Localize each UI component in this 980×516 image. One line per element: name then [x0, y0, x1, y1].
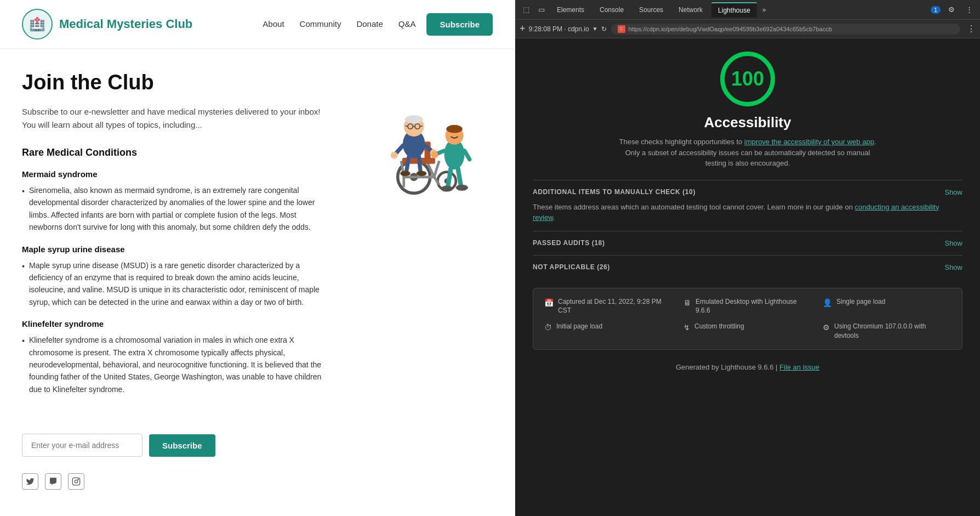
- condition-1-item: ▪ Sirenomelia, also known as mermaid syn…: [22, 184, 328, 234]
- url-text: https://cdpn.io/pen/debug/VwdOaqp/ee0945…: [629, 26, 832, 32]
- not-applicable-section: NOT APPLICABLE (26) Show: [533, 255, 962, 279]
- not-applicable-header[interactable]: NOT APPLICABLE (26) Show: [533, 263, 962, 271]
- bullet-icon-2: ▪: [22, 260, 25, 309]
- condition-3-desc: Klinefelter syndrome is a chromosomal va…: [29, 334, 328, 395]
- svg-point-14: [417, 171, 426, 176]
- condition-2-title: Maple syrup urine disease: [22, 245, 328, 254]
- page-title: Join the Club: [22, 71, 328, 94]
- bullet-icon-3: ▪: [22, 334, 25, 395]
- more-tabs-icon[interactable]: »: [759, 4, 770, 16]
- improve-accessibility-link[interactable]: improve the accessibility of your web ap…: [744, 138, 874, 146]
- meta-chromium: ⚙ Using Chromium 107.0.0.0 with devtools: [823, 322, 951, 341]
- url-menu-icon[interactable]: ⋮: [967, 24, 976, 34]
- file-issue-link[interactable]: File an issue: [779, 363, 819, 371]
- logo-icon: 🏥: [22, 9, 53, 39]
- svg-point-11: [391, 152, 398, 159]
- nav-community[interactable]: Community: [300, 19, 341, 29]
- badge-count: 1: [931, 6, 941, 14]
- favicon: C: [618, 25, 625, 33]
- score-circle: 100: [720, 52, 775, 106]
- tab-sources[interactable]: Sources: [633, 3, 670, 17]
- condition-1-title: Mermaid syndrome: [22, 169, 328, 179]
- social-icons: [0, 468, 515, 506]
- meta-single-page: 👤 Single page load: [823, 297, 951, 316]
- svg-point-13: [400, 171, 410, 176]
- initial-load-text: Initial page load: [556, 322, 602, 331]
- intro-text: Subscribe to our e-newsletter and have m…: [22, 105, 328, 132]
- meta-throttling: ↯ Custom throttling: [683, 322, 812, 341]
- site-title: Medical Mysteries Club: [59, 17, 192, 31]
- captured-text: Captured at Dec 11, 2022, 9:28 PM CST: [558, 297, 673, 316]
- url-bar[interactable]: C https://cdpn.io/pen/debug/VwdOaqp/ee09…: [611, 24, 961, 35]
- generated-text: Generated by Lighthouse 9.6.6 |: [676, 363, 779, 371]
- category-title: Accessibility: [704, 114, 791, 131]
- lh-footer-meta: 📅 Captured at Dec 11, 2022, 9:28 PM CST …: [533, 288, 962, 350]
- manual-check-title: ADDITIONAL ITEMS TO MANUALLY CHECK (10): [533, 188, 696, 196]
- form-subscribe-button[interactable]: Subscribe: [149, 434, 215, 457]
- instagram-icon[interactable]: [68, 473, 84, 490]
- tab-network[interactable]: Network: [672, 3, 709, 17]
- manual-check-section: ADDITIONAL ITEMS TO MANUALLY CHECK (10) …: [533, 180, 962, 231]
- score-number: 100: [731, 67, 764, 90]
- devtools-icon-1[interactable]: ⬚: [520, 3, 533, 16]
- nav-qa[interactable]: Q&A: [398, 19, 416, 29]
- manual-check-header[interactable]: ADDITIONAL ITEMS TO MANUALLY CHECK (10) …: [533, 188, 962, 196]
- lh-description: These checks highlight opportunities to …: [616, 137, 879, 169]
- not-applicable-show[interactable]: Show: [944, 263, 962, 271]
- email-input[interactable]: [22, 434, 143, 457]
- svg-point-17: [446, 125, 463, 133]
- condition-3-item: ▪ Klinefelter syndrome is a chromosomal …: [22, 334, 328, 395]
- nav-donate[interactable]: Donate: [356, 19, 383, 29]
- timer-icon: ⏱: [544, 322, 552, 333]
- wheelchair-illustration: [356, 71, 487, 202]
- main-content: Join the Club Subscribe to our e-newslet…: [0, 49, 515, 423]
- throttling-text: Custom throttling: [694, 322, 744, 331]
- meta-emulated: 🖥 Emulated Desktop with Lighthouse 9.6.6: [683, 297, 812, 316]
- manual-check-show[interactable]: Show: [944, 188, 962, 196]
- svg-point-23: [78, 479, 78, 480]
- manual-check-body: These items address areas which an autom…: [533, 202, 962, 223]
- content-image: [350, 71, 493, 401]
- desktop-icon: 🖥: [683, 298, 691, 309]
- nav-links: About Community Donate Q&A: [263, 19, 415, 29]
- toolbar-right: 1 ⚙ ⋮: [931, 3, 976, 16]
- meta-initial-load: ⏱ Initial page load: [544, 322, 673, 341]
- svg-point-22: [75, 480, 77, 483]
- tab-elements[interactable]: Elements: [550, 3, 591, 17]
- reload-icon[interactable]: ↻: [601, 25, 607, 33]
- nav: 🏥 Medical Mysteries Club About Community…: [0, 0, 515, 49]
- time-dropdown[interactable]: ▼: [592, 26, 598, 32]
- devtools-panel: ⬚ ▭ Elements Console Sources Network Lig…: [515, 0, 980, 516]
- tab-lighthouse[interactable]: Lighthouse: [711, 2, 757, 18]
- nav-subscribe-button[interactable]: Subscribe: [426, 13, 493, 36]
- svg-point-19: [441, 186, 453, 192]
- condition-1-desc: Sirenomelia, also known as mermaid syndr…: [29, 184, 328, 234]
- not-applicable-title: NOT APPLICABLE (26): [533, 263, 610, 271]
- svg-point-8: [405, 115, 423, 123]
- emulated-text: Emulated Desktop with Lighthouse 9.6.6: [696, 297, 812, 316]
- meta-captured: 📅 Captured at Dec 11, 2022, 9:28 PM CST: [544, 297, 673, 316]
- passed-section: PASSED AUDITS (18) Show: [533, 231, 962, 255]
- manual-check-body-text: These items address areas which an autom…: [533, 203, 855, 211]
- twitter-icon[interactable]: [22, 473, 38, 490]
- devtools-addressbar: + 9:28:08 PM · cdpn.io ▼ ↻ C https://cdp…: [515, 20, 980, 38]
- twitch-icon[interactable]: [45, 473, 61, 490]
- content-text: Join the Club Subscribe to our e-newslet…: [22, 71, 328, 401]
- more-options-icon[interactable]: ⋮: [962, 3, 976, 16]
- devtools-time: + 9:28:08 PM · cdpn.io ▼ ↻: [520, 23, 607, 35]
- lighthouse-content: 100 Accessibility These checks highlight…: [515, 38, 980, 516]
- svg-rect-21: [72, 478, 79, 485]
- tab-console[interactable]: Console: [593, 3, 630, 17]
- condition-2-item: ▪ Maple syrup urine disease (MSUD) is a …: [22, 259, 328, 309]
- nav-about[interactable]: About: [263, 19, 284, 29]
- settings-icon[interactable]: ⚙: [945, 3, 958, 16]
- chromium-text: Using Chromium 107.0.0.0 with devtools: [834, 322, 951, 341]
- passed-show[interactable]: Show: [944, 239, 962, 247]
- page-icon: 👤: [823, 298, 832, 309]
- devtools-icon-2[interactable]: ▭: [535, 3, 548, 16]
- add-button[interactable]: +: [520, 23, 526, 35]
- throttle-icon: ↯: [683, 322, 690, 333]
- description-text-1: These checks highlight opportunities to: [619, 138, 744, 146]
- subscribe-form: Subscribe: [0, 423, 515, 468]
- passed-header[interactable]: PASSED AUDITS (18) Show: [533, 239, 962, 247]
